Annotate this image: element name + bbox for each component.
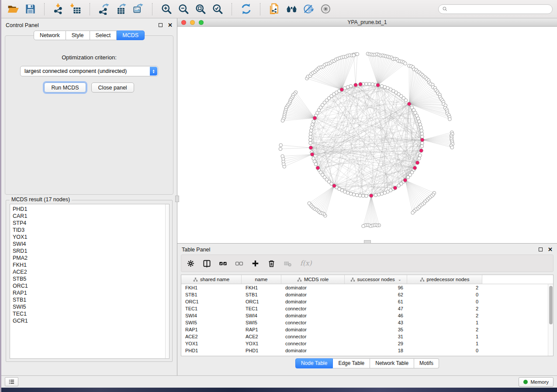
column-selector-icon[interactable] bbox=[203, 259, 211, 268]
table-row[interactable]: RAP1RAP1dominator352 bbox=[181, 326, 548, 333]
show-details-icon[interactable] bbox=[318, 2, 333, 16]
cell-predecessor-nodes[interactable]: 0 bbox=[407, 291, 482, 298]
column-header-name[interactable]: name bbox=[242, 275, 281, 284]
cell-predecessor-nodes[interactable]: 1 bbox=[407, 340, 482, 347]
network-search-icon[interactable] bbox=[284, 2, 299, 16]
column-header-shared-name[interactable]: shared name bbox=[181, 275, 242, 284]
cell-shared-name[interactable]: FKH1 bbox=[181, 284, 242, 291]
tab-edge-table[interactable]: Edge Table bbox=[333, 358, 370, 368]
tab-style[interactable]: Style bbox=[66, 31, 90, 40]
horizontal-splitter-grip[interactable] bbox=[364, 240, 371, 244]
cell-mcds-role[interactable]: dominator bbox=[281, 347, 345, 354]
vertical-splitter-grip[interactable] bbox=[175, 196, 179, 202]
table-row[interactable]: TEC1TEC1connector472 bbox=[181, 305, 548, 312]
task-history-button[interactable] bbox=[5, 377, 18, 386]
close-table-panel-icon[interactable]: ✕ bbox=[548, 247, 553, 252]
mcds-result-list[interactable]: PHD1CAR1STP4TID3YOX1SWI4SRD1PMA2FKH1ACE2… bbox=[10, 204, 170, 359]
delete-column-icon[interactable] bbox=[267, 259, 276, 268]
tab-select[interactable]: Select bbox=[90, 31, 117, 40]
cell-name[interactable]: STB1 bbox=[242, 291, 281, 298]
cell-predecessor-nodes[interactable]: 0 bbox=[407, 347, 482, 354]
table-row[interactable]: ORC1ORC1dominator610 bbox=[181, 298, 548, 305]
cell-successor-nodes[interactable]: 46 bbox=[345, 312, 407, 319]
cell-successor-nodes[interactable]: 29 bbox=[345, 340, 407, 347]
run-mcds-button[interactable]: Run MCDS bbox=[44, 83, 86, 93]
mcds-result-item[interactable]: ORC1 bbox=[13, 282, 164, 289]
mcds-result-item[interactable]: STB5 bbox=[13, 275, 164, 282]
tab-mcds[interactable]: MCDS bbox=[117, 31, 145, 40]
column-header-successor-nodes[interactable]: successor nodes⌄ bbox=[345, 275, 407, 284]
mcds-result-item[interactable]: GCR1 bbox=[13, 317, 164, 324]
tab-node-table[interactable]: Node Table bbox=[295, 358, 333, 368]
mcds-result-item[interactable]: TID3 bbox=[13, 227, 164, 234]
select-stepper-icon[interactable]: ▲▼ bbox=[150, 67, 157, 76]
cell-name[interactable]: PHD1 bbox=[242, 347, 281, 354]
close-panel-button[interactable]: Close panel bbox=[91, 83, 134, 93]
cell-mcds-role[interactable]: connector bbox=[281, 319, 345, 326]
mcds-result-item[interactable]: TEC1 bbox=[13, 310, 164, 317]
cell-name[interactable]: YOX1 bbox=[242, 340, 281, 347]
cell-successor-nodes[interactable]: 61 bbox=[345, 298, 407, 305]
table-scrollbar[interactable] bbox=[548, 284, 553, 356]
cell-shared-name[interactable]: TEC1 bbox=[181, 305, 242, 312]
search-input[interactable] bbox=[450, 6, 549, 12]
cell-mcds-role[interactable]: connector bbox=[281, 333, 345, 340]
table-scrollbar-thumb[interactable] bbox=[549, 286, 553, 324]
table-row[interactable]: FKH1FKH1dominator962 bbox=[181, 284, 548, 291]
tab-network[interactable]: Network bbox=[34, 31, 66, 40]
cell-mcds-role[interactable]: dominator bbox=[281, 291, 345, 298]
table-row[interactable]: PHD1PHD1dominator180 bbox=[181, 347, 548, 354]
close-panel-icon[interactable]: ✕ bbox=[168, 22, 173, 28]
cell-name[interactable]: ORC1 bbox=[242, 298, 281, 305]
cell-predecessor-nodes[interactable]: 2 bbox=[407, 312, 482, 319]
cell-shared-name[interactable]: PHD1 bbox=[181, 347, 242, 354]
cell-successor-nodes[interactable]: 31 bbox=[345, 333, 407, 340]
select-all-icon[interactable] bbox=[219, 259, 227, 268]
cell-name[interactable]: FKH1 bbox=[242, 284, 281, 291]
mcds-result-item[interactable]: YOX1 bbox=[13, 234, 164, 241]
cell-shared-name[interactable]: ORC1 bbox=[181, 298, 242, 305]
cell-shared-name[interactable]: ACE2 bbox=[181, 333, 242, 340]
cell-successor-nodes[interactable]: 47 bbox=[345, 305, 407, 312]
search-box[interactable] bbox=[438, 4, 553, 14]
table-row[interactable]: SWI4SWI4dominator462 bbox=[181, 312, 548, 319]
cell-mcds-role[interactable]: dominator bbox=[281, 326, 345, 333]
cell-mcds-role[interactable]: dominator bbox=[281, 312, 345, 319]
cell-mcds-role[interactable]: dominator bbox=[281, 298, 345, 305]
cell-shared-name[interactable]: SWI4 bbox=[181, 312, 242, 319]
mcds-result-item[interactable]: STB1 bbox=[13, 296, 164, 303]
cell-predecessor-nodes[interactable]: 1 bbox=[407, 333, 482, 340]
cell-predecessor-nodes[interactable]: 2 bbox=[407, 326, 482, 333]
import-table-icon[interactable] bbox=[68, 2, 83, 16]
cell-mcds-role[interactable]: connector bbox=[281, 305, 345, 312]
cell-name[interactable]: SWI5 bbox=[242, 319, 281, 326]
cell-successor-nodes[interactable]: 96 bbox=[345, 284, 407, 291]
refresh-icon[interactable] bbox=[239, 2, 253, 16]
mcds-result-item[interactable]: SWI4 bbox=[13, 241, 164, 248]
float-table-panel-icon[interactable] bbox=[539, 248, 543, 251]
cell-predecessor-nodes[interactable]: 0 bbox=[407, 298, 482, 305]
memory-button[interactable]: Memory bbox=[519, 377, 554, 387]
mcds-result-item[interactable]: SRD1 bbox=[13, 248, 164, 254]
cell-name[interactable]: ACE2 bbox=[242, 333, 281, 340]
mcds-result-item[interactable]: CAR1 bbox=[13, 213, 164, 220]
import-network-icon[interactable] bbox=[51, 2, 66, 16]
network-graph[interactable] bbox=[177, 27, 557, 243]
network-canvas[interactable] bbox=[177, 27, 557, 243]
criterion-select[interactable]: largest connected component (undirected)… bbox=[20, 66, 158, 76]
mcds-result-item[interactable]: PHD1 bbox=[13, 206, 164, 213]
mcds-result-item[interactable]: RAP1 bbox=[13, 289, 164, 296]
mcds-result-item[interactable]: PMA2 bbox=[13, 254, 164, 261]
export-table-icon[interactable] bbox=[114, 2, 128, 16]
sort-desc-icon[interactable]: ⌄ bbox=[398, 277, 401, 282]
table-row[interactable]: SWI5SWI5connector431 bbox=[181, 319, 548, 326]
column-header-mcds-role[interactable]: MCDS role bbox=[281, 275, 345, 284]
mcds-result-item[interactable]: FKH1 bbox=[13, 261, 164, 268]
mcds-list-scrollbar[interactable] bbox=[165, 204, 169, 358]
cell-shared-name[interactable]: YOX1 bbox=[181, 340, 242, 347]
export-image-icon[interactable] bbox=[131, 2, 145, 16]
table-row[interactable]: STB1STB1dominator620 bbox=[181, 291, 548, 298]
tab-network-table[interactable]: Network Table bbox=[370, 358, 414, 368]
save-session-icon[interactable] bbox=[23, 2, 38, 16]
cell-mcds-role[interactable]: dominator bbox=[281, 284, 345, 291]
